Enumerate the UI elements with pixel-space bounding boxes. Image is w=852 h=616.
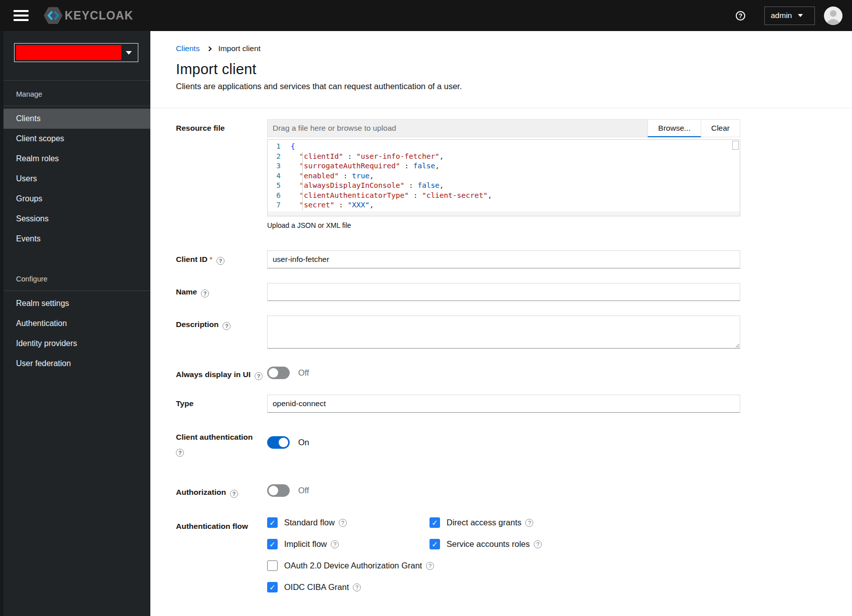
checkbox-label: OAuth 2.0 Device Authorization Grant [284,561,422,570]
file-upload-drop-zone[interactable]: Drag a file here or browse to upload [267,119,648,137]
sidebar-item-realm-settings[interactable]: Realm settings [0,293,150,314]
sidebar-item-client-scopes[interactable]: Client scopes [0,129,150,149]
checkbox-checked-icon[interactable]: ✓ [430,539,440,549]
editor-scrollbar[interactable] [732,141,739,150]
code-line: 7 "secret" : "XXX", [268,200,740,210]
code-text: "alwaysDisplayInConsole" : false, [291,181,444,191]
file-upload-control: Drag a file here or browse to upload Bro… [267,119,740,137]
breadcrumb-clients-link[interactable]: Clients [176,44,199,53]
checkbox-unchecked-icon[interactable] [267,560,278,571]
sidebar-item-events[interactable]: Events [0,229,150,249]
sidebar-item-label: Sessions [16,214,49,223]
help-icon[interactable] [534,540,542,548]
help-icon[interactable] [736,11,745,21]
description-label: Description [176,316,267,351]
clear-button[interactable]: Clear [701,119,740,137]
sidebar-item-user-federation[interactable]: User federation [0,354,150,374]
code-text: "clientId" : "user-info-fetcher", [291,152,444,162]
checkbox-oidc-ciba-grant[interactable]: ✓OIDC CIBA Grant [267,582,740,592]
sidebar-item-label: Events [16,234,41,243]
toggle-state-label: On [298,438,309,447]
authorization-toggle[interactable] [267,484,290,497]
description-label-text: Description [176,320,219,329]
sidebar-item-label: Client scopes [16,134,64,143]
editor-hscrollbar[interactable] [268,211,740,216]
client-id-label: Client ID* [176,250,267,268]
help-icon[interactable] [217,257,225,265]
help-icon[interactable] [230,490,238,498]
sidebar-item-authentication[interactable]: Authentication [0,314,150,334]
checkmark-icon: ✓ [432,519,438,526]
code-line: 1{ [268,142,740,152]
user-menu-dropdown[interactable]: admin [764,7,815,25]
name-field[interactable] [267,283,740,301]
help-icon[interactable] [223,322,231,330]
header-divider [150,108,852,108]
code-line: 6 "clientAuthenticatorType" : "client-se… [268,191,740,201]
checkmark-icon: ✓ [269,583,276,591]
code-line: 3 "surrogateAuthRequired" : false, [268,161,740,171]
realm-selector[interactable] [14,43,138,62]
client-id-label-text: Client ID [176,255,207,263]
checkmark-icon: ✓ [432,540,438,548]
description-field[interactable] [267,316,740,349]
help-icon[interactable] [353,583,361,591]
sidebar-item-identity-providers[interactable]: Identity providers [0,334,150,354]
client-auth-label-text: Client authentication [176,433,253,441]
type-field[interactable] [267,395,740,413]
sidebar-item-realm-roles[interactable]: Realm roles [0,149,150,169]
import-client-form: Resource file Drag a file here or browse… [176,119,740,616]
type-label: Type [176,395,267,413]
sidebar-item-label: Authentication [16,319,67,328]
sidebar-nav: ManageClientsClient scopesRealm rolesUse… [0,80,150,374]
checkbox-oauth-device-grant[interactable]: OAuth 2.0 Device Authorization Grant [267,560,740,571]
code-line: 5 "alwaysDisplayInConsole" : false, [268,181,740,191]
code-line: 2 "clientId" : "user-info-fetcher", [268,152,740,162]
code-editor[interactable]: 1{2 "clientId" : "user-info-fetcher",3 "… [267,139,740,216]
always-display-toggle[interactable] [267,367,290,379]
help-icon[interactable] [426,562,434,570]
help-icon[interactable] [331,540,339,548]
client-auth-toggle[interactable] [267,436,290,449]
sidebar: ManageClientsClient scopesRealm rolesUse… [0,31,150,616]
line-number: 4 [268,171,291,181]
help-icon[interactable] [339,519,347,527]
checkbox-implicit-flow[interactable]: ✓Implicit flow [267,539,430,549]
name-label: Name [176,283,267,301]
sidebar-item-clients[interactable]: Clients [0,109,150,129]
checkbox-checked-icon[interactable]: ✓ [267,582,278,592]
nav-section: ManageClientsClient scopesRealm rolesUse… [0,81,150,249]
page-subtitle: Clients are applications and services th… [176,82,852,91]
breadcrumb-separator-icon [207,46,212,51]
checkbox-checked-icon[interactable]: ✓ [267,517,278,528]
nav-toggle-hamburger-icon[interactable] [14,10,29,21]
help-icon[interactable] [201,289,209,297]
code-text: "clientAuthenticatorType" : "client-secr… [291,191,492,201]
checkbox-checked-icon[interactable]: ✓ [267,539,278,549]
authorization-label-text: Authorization [176,488,226,496]
client-auth-label: Client authentication [176,428,267,457]
sidebar-item-users[interactable]: Users [0,169,150,189]
required-asterisk: * [209,255,212,263]
nav-section: ConfigureRealm settingsAuthenticationIde… [0,249,150,374]
checkbox-label: Service accounts roles [447,539,530,549]
nav-section-title: Configure [0,265,150,291]
sidebar-item-groups[interactable]: Groups [0,189,150,209]
help-icon[interactable] [176,449,184,457]
browse-button[interactable]: Browse... [648,119,701,137]
sidebar-item-label: Realm roles [16,154,59,163]
help-icon[interactable] [525,519,533,527]
help-icon[interactable] [255,372,263,380]
code-text: "enabled" : true, [291,171,374,181]
checkbox-standard-flow[interactable]: ✓Standard flow [267,517,430,528]
line-number: 6 [268,191,291,201]
checkbox-direct-access-grants[interactable]: ✓Direct access grants [430,517,740,528]
checkbox-service-accounts-roles[interactable]: ✓Service accounts roles [430,539,740,549]
keycloak-logo: KEYCLOAK [43,7,138,24]
sidebar-item-sessions[interactable]: Sessions [0,209,150,229]
client-id-field[interactable] [267,250,740,268]
avatar[interactable] [824,7,842,25]
checkbox-checked-icon[interactable]: ✓ [430,517,440,528]
checkbox-label: OIDC CIBA Grant [284,582,349,592]
checkbox-label: Direct access grants [447,518,521,527]
